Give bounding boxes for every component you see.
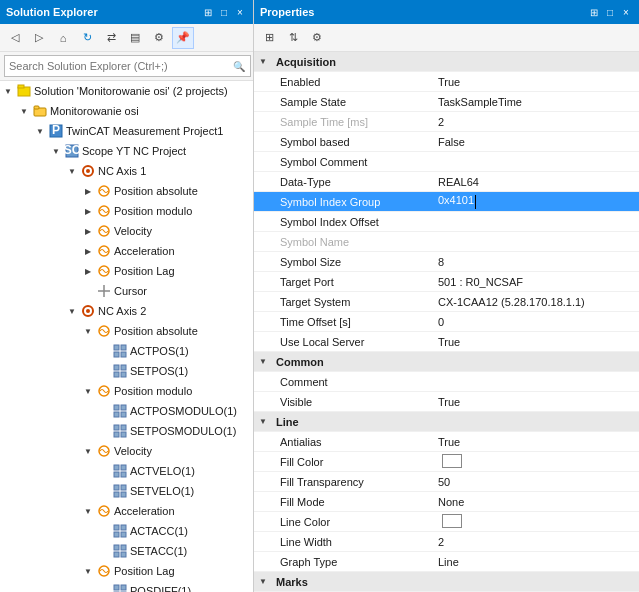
tree-expand-poslag-2[interactable]: ▼ <box>80 563 96 579</box>
tree-expand-setvelo[interactable] <box>96 483 112 499</box>
tree-item-setvelo[interactable]: SETVELO(1) <box>0 481 253 501</box>
prop-row-comment[interactable]: Comment <box>254 372 639 392</box>
filter-btn[interactable]: ▤ <box>124 27 146 49</box>
tree-item-vel-2[interactable]: ▼Velocity <box>0 441 253 461</box>
tree-item-pos-abs-2[interactable]: ▼Position absolute <box>0 321 253 341</box>
tree-expand-posdiff[interactable] <box>96 583 112 592</box>
tree-item-pos-mod-2[interactable]: ▼Position modulo <box>0 381 253 401</box>
section-toggle-marks[interactable]: ▼ <box>254 577 272 586</box>
tree-expand-monitorowanie[interactable]: ▼ <box>16 103 32 119</box>
tree-expand-acc-2[interactable]: ▼ <box>80 503 96 519</box>
prop-row-fillcolor[interactable]: Fill Color <box>254 452 639 472</box>
tree-expand-twincat[interactable]: ▼ <box>32 123 48 139</box>
prop-row-targetport[interactable]: Target Port501 : R0_NCSAF <box>254 272 639 292</box>
tree-item-monitorowanie[interactable]: ▼Monitorowanie osi <box>0 101 253 121</box>
search-input[interactable] <box>4 55 251 77</box>
color-box-fillcolor[interactable] <box>442 454 462 468</box>
tree-expand-setacc[interactable] <box>96 543 112 559</box>
tree-item-pos-abs-1[interactable]: ▶Position absolute <box>0 181 253 201</box>
prop-row-symbolindexgroup[interactable]: Symbol Index Group0x4101 <box>254 192 639 212</box>
tree-item-twincat[interactable]: ▼PTwinCAT Measurement Project1 <box>0 121 253 141</box>
tree-item-setpos[interactable]: SETPOS(1) <box>0 361 253 381</box>
prop-row-enabled[interactable]: EnabledTrue <box>254 72 639 92</box>
tree-expand-ncaxis2[interactable]: ▼ <box>64 303 80 319</box>
tree-item-pos-mod-1[interactable]: ▶Position modulo <box>0 201 253 221</box>
prop-row-antialias[interactable]: AntialiasTrue <box>254 432 639 452</box>
tree-expand-pos-mod-1[interactable]: ▶ <box>80 203 96 219</box>
prop-row-filltransparency[interactable]: Fill Transparency50 <box>254 472 639 492</box>
close-icon[interactable]: × <box>233 5 247 19</box>
tree-expand-poslag-1[interactable]: ▶ <box>80 263 96 279</box>
home-btn[interactable]: ⌂ <box>52 27 74 49</box>
prop-row-visible[interactable]: VisibleTrue <box>254 392 639 412</box>
props-grid-btn[interactable]: ⊞ <box>258 27 280 49</box>
tree-item-setposmod[interactable]: SETPOSMODULO(1) <box>0 421 253 441</box>
prop-row-linecolor[interactable]: Line Color <box>254 512 639 532</box>
prop-row-uselocalserver[interactable]: Use Local ServerTrue <box>254 332 639 352</box>
settings-btn[interactable]: ⚙ <box>148 27 170 49</box>
prop-section-acquisition[interactable]: ▼Acquisition <box>254 52 639 72</box>
prop-row-symbolcomment[interactable]: Symbol Comment <box>254 152 639 172</box>
tree-expand-actposmod[interactable] <box>96 403 112 419</box>
prop-row-symbolindexoffset[interactable]: Symbol Index Offset <box>254 212 639 232</box>
tree-item-vel-1[interactable]: ▶Velocity <box>0 221 253 241</box>
sync-btn[interactable]: ⇄ <box>100 27 122 49</box>
prop-row-timeoffset[interactable]: Time Offset [s]0 <box>254 312 639 332</box>
prop-row-samplestate[interactable]: Sample StateTaskSampleTime <box>254 92 639 112</box>
search-icon[interactable]: 🔍 <box>229 56 249 76</box>
color-box-linecolor[interactable] <box>442 514 462 528</box>
section-toggle-acquisition[interactable]: ▼ <box>254 57 272 66</box>
tree-expand-scope[interactable]: ▼ <box>48 143 64 159</box>
prop-row-graphtype[interactable]: Graph TypeLine <box>254 552 639 572</box>
props-pin-icon[interactable]: ⊞ <box>587 5 601 19</box>
tree-expand-pos-abs-1[interactable]: ▶ <box>80 183 96 199</box>
prop-row-symbolbased[interactable]: Symbol basedFalse <box>254 132 639 152</box>
tree-expand-acc-1[interactable]: ▶ <box>80 243 96 259</box>
tree-item-cursor-1[interactable]: Cursor <box>0 281 253 301</box>
prop-row-sampletime[interactable]: Sample Time [ms]2 <box>254 112 639 132</box>
tree-item-poslag-1[interactable]: ▶Position Lag <box>0 261 253 281</box>
maximize-icon[interactable]: □ <box>217 5 231 19</box>
prop-row-datatype[interactable]: Data-TypeREAL64 <box>254 172 639 192</box>
tree-item-actpos[interactable]: ACTPOS(1) <box>0 341 253 361</box>
tree-item-ncaxis1[interactable]: ▼NC Axis 1 <box>0 161 253 181</box>
tree-expand-actacc[interactable] <box>96 523 112 539</box>
prop-row-linewidth[interactable]: Line Width2 <box>254 532 639 552</box>
tree-item-acc-1[interactable]: ▶Acceleration <box>0 241 253 261</box>
prop-value-symbolindexgroup[interactable]: 0x4101 <box>432 194 639 208</box>
tree-item-actposmod[interactable]: ACTPOSMODULO(1) <box>0 401 253 421</box>
tree-item-posdiff[interactable]: POSDIFF(1) <box>0 581 253 592</box>
tree-expand-setpos[interactable] <box>96 363 112 379</box>
prop-row-targetsystem[interactable]: Target SystemCX-1CAA12 (5.28.170.18.1.1) <box>254 292 639 312</box>
prop-section-common[interactable]: ▼Common <box>254 352 639 372</box>
tree-expand-vel-2[interactable]: ▼ <box>80 443 96 459</box>
tree-item-setacc[interactable]: SETACC(1) <box>0 541 253 561</box>
props-close-icon[interactable]: × <box>619 5 633 19</box>
tree-expand-setposmod[interactable] <box>96 423 112 439</box>
tree-item-actacc[interactable]: ACTACC(1) <box>0 521 253 541</box>
tree-item-scope[interactable]: ▼SCScope YT NC Project <box>0 141 253 161</box>
pin-icon[interactable]: ⊞ <box>201 5 215 19</box>
tree-item-acc-2[interactable]: ▼Acceleration <box>0 501 253 521</box>
tree-item-poslag-2[interactable]: ▼Position Lag <box>0 561 253 581</box>
props-sort-btn[interactable]: ⇅ <box>282 27 304 49</box>
tree-item-solution[interactable]: ▼Solution 'Monitorowanie osi' (2 project… <box>0 81 253 101</box>
tree-expand-solution[interactable]: ▼ <box>0 83 16 99</box>
refresh-btn[interactable]: ↻ <box>76 27 98 49</box>
tree-expand-pos-abs-2[interactable]: ▼ <box>80 323 96 339</box>
tree-expand-cursor-1[interactable] <box>80 283 96 299</box>
tree-expand-ncaxis1[interactable]: ▼ <box>64 163 80 179</box>
tree-item-actvelo[interactable]: ACTVELO(1) <box>0 461 253 481</box>
tree-expand-actpos[interactable] <box>96 343 112 359</box>
props-maximize-icon[interactable]: □ <box>603 5 617 19</box>
prop-row-symbolname[interactable]: Symbol Name <box>254 232 639 252</box>
section-toggle-common[interactable]: ▼ <box>254 357 272 366</box>
tree-expand-pos-mod-2[interactable]: ▼ <box>80 383 96 399</box>
prop-section-line[interactable]: ▼Line <box>254 412 639 432</box>
prop-row-symbolsize[interactable]: Symbol Size8 <box>254 252 639 272</box>
prop-row-fillmode[interactable]: Fill ModeNone <box>254 492 639 512</box>
tree-expand-vel-1[interactable]: ▶ <box>80 223 96 239</box>
props-settings-btn[interactable]: ⚙ <box>306 27 328 49</box>
section-toggle-line[interactable]: ▼ <box>254 417 272 426</box>
tree-item-ncaxis2[interactable]: ▼NC Axis 2 <box>0 301 253 321</box>
